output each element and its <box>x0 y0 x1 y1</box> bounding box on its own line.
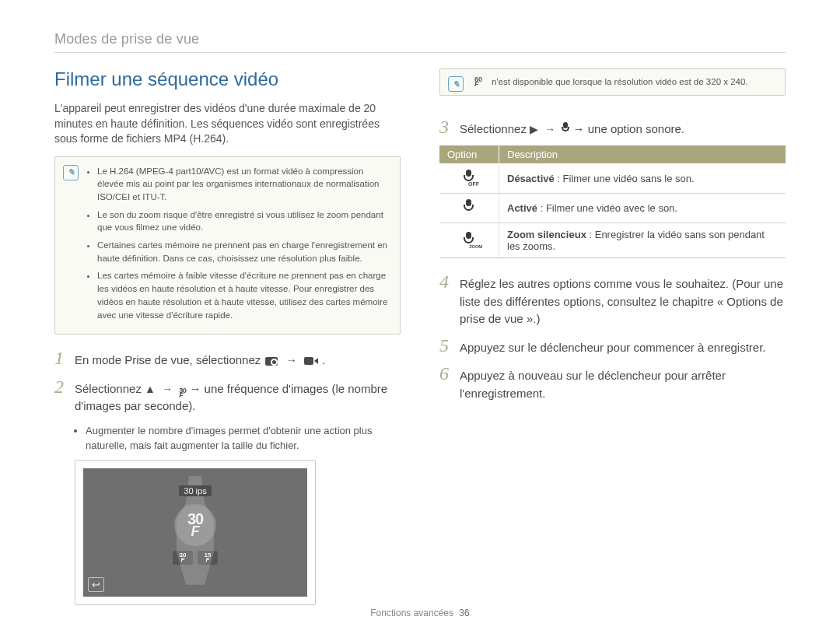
arrow-icon: → <box>159 383 176 395</box>
right-column: ✎ 60F n'est disponible que lorsque la ré… <box>439 68 786 605</box>
step-text: → une option sonore. <box>573 122 684 135</box>
lcd-preview: 30 ips 30 F 30F 15F <box>83 468 307 597</box>
table-head-option: Option <box>439 145 499 164</box>
table-head-description: Description <box>499 145 786 164</box>
mic-zoom-icon: ZOOM <box>462 232 476 247</box>
fps-tooltip: 30 ips <box>179 485 211 496</box>
step-5: 5 Appuyez sur le déclencheur pour commen… <box>439 336 786 357</box>
step-number: 1 <box>54 349 67 367</box>
step-2-sub: Augmenter le nombre d'images permet d'ob… <box>75 423 401 454</box>
manual-page: Modes de prise de vue Filmer une séquenc… <box>0 0 840 634</box>
footer-section: Fonctions avancées <box>370 608 453 618</box>
step-number: 6 <box>439 364 452 383</box>
mic-zoom-icon <box>562 122 569 133</box>
step-text: Appuyez sur le déclencheur pour commence… <box>460 339 766 357</box>
step-text: Sélectionnez <box>75 382 145 395</box>
info-note: ✎ Le H.264 (MPEG-4 part10/AVC) est un fo… <box>54 156 401 335</box>
breadcrumb: Modes de prise de vue <box>54 31 786 53</box>
step-number: 2 <box>54 377 67 396</box>
intro-text: L'appareil peut enregistrer des vidéos d… <box>54 101 401 147</box>
table-row: OFF Désactivé : Filmer une vidéo sans le… <box>439 164 786 194</box>
info-bullet: Les cartes mémoire à faible vitesse d'éc… <box>97 269 389 321</box>
sixty-note-text: n'est disponible que lorsque la résoluti… <box>492 77 748 86</box>
step-number: 5 <box>439 336 452 355</box>
step-text: En mode Prise de vue, sélectionnez <box>75 353 264 366</box>
step-text: Appuyez à nouveau sur le déclencheur pou… <box>460 367 786 402</box>
arrow-icon: → <box>283 354 300 366</box>
info-bullet: Certaines cartes mémoire ne prennent pas… <box>97 239 389 264</box>
step-text: Sélectionnez <box>460 122 530 135</box>
right-arrow-icon: ▶ <box>530 123 538 135</box>
step-2: 2 Sélectionnez ▲ → 30F → une fréquence d… <box>54 377 401 415</box>
step-1: 1 En mode Prise de vue, sélectionnez → . <box>54 349 401 370</box>
mic-off-icon: OFF <box>462 170 476 185</box>
info-bullet: Le H.264 (MPEG-4 part10/AVC) est un form… <box>97 165 389 204</box>
opt-name: Désactivé <box>507 173 555 184</box>
table-row: Activé : Filmer une vidéo avec le son. <box>439 194 786 223</box>
step-4: 4 Réglez les autres options comme vous l… <box>439 272 786 328</box>
step-3: 3 Sélectionnez ▶ → → une option sonore. <box>439 117 786 138</box>
opt-desc: Filmer une vidéo avec le son. <box>546 202 677 214</box>
step-text: . <box>322 353 325 366</box>
opt-desc: Filmer une vidéo sans le son. <box>563 173 695 184</box>
mic-on-icon <box>462 199 476 215</box>
note-icon: ✎ <box>63 165 79 180</box>
opt-name: Activé <box>507 202 537 214</box>
left-column: Filmer une séquence vidéo L'appareil peu… <box>54 68 401 605</box>
fps-30-icon: 30F <box>179 388 186 398</box>
table-row: ZOOM Zoom silencieux : Enregistrer la vi… <box>439 223 786 258</box>
back-icon: ↩ <box>88 577 104 592</box>
step-number: 4 <box>439 272 452 291</box>
step-number: 3 <box>439 117 452 136</box>
page-title: Filmer une séquence vidéo <box>54 68 401 90</box>
up-arrow-icon: ▲ <box>145 383 156 395</box>
lcd-preview-frame: 30 ips 30 F 30F 15F <box>75 460 316 605</box>
step-text: Réglez les autres options comme vous le … <box>460 275 786 328</box>
step-sub-bullet: Augmenter le nombre d'images permet d'ob… <box>86 423 401 454</box>
info-bullets: Le H.264 (MPEG-4 part10/AVC) est un form… <box>86 165 389 321</box>
fps-60-icon: 60F <box>474 77 482 87</box>
page-footer: Fonctions avancées 36 <box>0 608 840 618</box>
video-mode-icon <box>304 356 318 366</box>
footer-page-number: 36 <box>459 608 469 618</box>
camera-mode-icon <box>264 356 278 366</box>
opt-name: Zoom silencieux <box>507 229 586 240</box>
sound-options-table: Option Description OFF Désactivé : Filme… <box>439 145 786 258</box>
step-6: 6 Appuyez à nouveau sur le déclencheur p… <box>439 364 786 402</box>
arrow-icon: → <box>541 123 558 135</box>
note-icon: ✎ <box>448 76 464 92</box>
sixty-fps-note: ✎ 60F n'est disponible que lorsque la ré… <box>439 68 786 96</box>
info-bullet: Le son du zoom risque d'être enregistré … <box>97 208 389 234</box>
